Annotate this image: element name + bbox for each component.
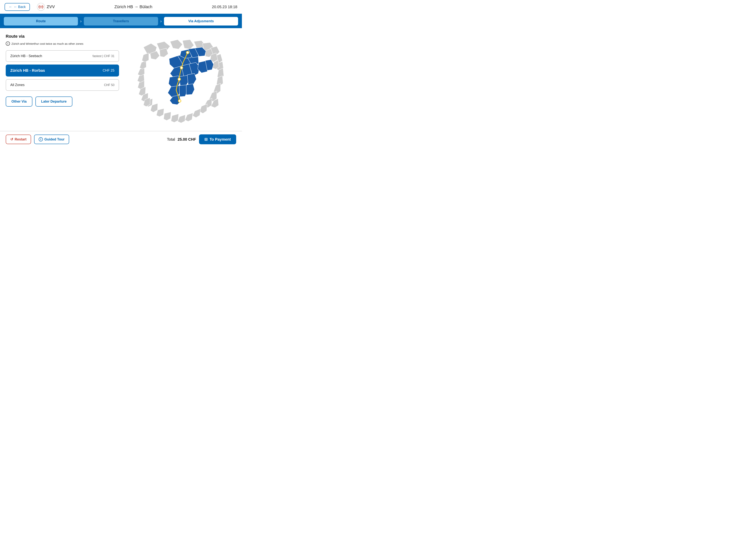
- restart-icon: ↺: [10, 137, 13, 141]
- svg-point-59: [180, 66, 183, 69]
- route-option-seebach[interactable]: Zürich HB - Seebach fastest | CHF 31: [6, 50, 119, 62]
- svg-marker-32: [142, 53, 149, 62]
- route-option-allzones[interactable]: All Zones CHF 50: [6, 79, 119, 91]
- tab-arrow-2: ›: [158, 19, 164, 24]
- restart-label: Restart: [15, 137, 26, 141]
- svg-marker-5: [170, 39, 182, 49]
- svg-marker-48: [187, 74, 196, 85]
- tab-arrow-1: ›: [78, 19, 84, 24]
- total-label: Total 25.00 CHF: [167, 137, 196, 142]
- main-content: Route via i Zürich and Winterthur cost t…: [0, 28, 242, 129]
- later-departure-button[interactable]: Later Departure: [35, 97, 72, 107]
- tab-route[interactable]: Route: [4, 17, 78, 26]
- footer: ↺ Restart i Guided Tour Total 25.00 CHF …: [0, 131, 242, 147]
- svg-point-61: [178, 100, 181, 102]
- other-via-button[interactable]: Other Via: [6, 97, 32, 107]
- route-option-rorbas[interactable]: Zürich HB - Rorbas CHF 25: [6, 64, 119, 77]
- action-buttons: Other Via Later Departure: [6, 97, 119, 107]
- svg-marker-18: [192, 109, 201, 117]
- route-option-price: CHF 25: [103, 69, 114, 73]
- zvv-logo-icon: [37, 3, 45, 11]
- back-icon: ←: [9, 5, 12, 9]
- zone-map: [132, 36, 227, 127]
- guided-tour-button[interactable]: i Guided Tour: [34, 135, 69, 144]
- header-datetime: 20.05.23 18:18: [212, 5, 237, 9]
- guided-tour-label: Guided Tour: [44, 137, 65, 141]
- route-option-price: fastest | CHF 31: [93, 54, 114, 58]
- tab-via-adjustments[interactable]: Via Adjusments: [164, 17, 238, 26]
- svg-marker-56: [186, 84, 195, 95]
- svg-marker-17: [200, 104, 207, 113]
- restart-button[interactable]: ↺ Restart: [6, 135, 31, 144]
- route-option-label: Zürich HB - Seebach: [10, 54, 42, 58]
- logo-text: ZVV: [47, 4, 55, 9]
- route-title: Zürich HB → Bülach: [55, 4, 212, 9]
- footer-right: Total 25.00 CHF ⊟ To Payment: [167, 134, 236, 144]
- section-title: Route via: [6, 34, 119, 39]
- info-text: Zürich and Winterthur cost twice as much…: [11, 42, 83, 45]
- to-payment-button[interactable]: ⊟ To Payment: [199, 134, 236, 144]
- header: ← ← Back ZVV Zürich HB → Bülach 20.05.23…: [0, 0, 242, 14]
- logo-area: ZVV: [37, 3, 55, 11]
- back-button[interactable]: ← ← Back: [5, 3, 30, 11]
- info-icon: i: [6, 42, 10, 46]
- svg-marker-20: [178, 115, 185, 123]
- back-label: ← Back: [14, 5, 26, 9]
- info-row: i Zürich and Winterthur cost twice as mu…: [6, 42, 119, 46]
- tab-travellers[interactable]: Travellers: [84, 17, 158, 26]
- route-option-label: Zürich HB - Rorbas: [10, 68, 45, 73]
- svg-marker-19: [185, 113, 193, 122]
- footer-left-buttons: ↺ Restart i Guided Tour: [6, 135, 69, 144]
- route-option-price: CHF 50: [104, 83, 114, 87]
- to-payment-label: To Payment: [209, 137, 231, 142]
- svg-marker-22: [163, 112, 171, 121]
- right-panel: [123, 34, 236, 127]
- total-amount: 25.00 CHF: [178, 137, 196, 141]
- left-panel: Route via i Zürich and Winterthur cost t…: [6, 34, 119, 127]
- nav-tabs: Route › Travellers › Via Adjusments: [0, 14, 242, 28]
- guided-tour-icon: i: [38, 137, 43, 141]
- payment-icon: ⊟: [204, 137, 208, 142]
- svg-point-60: [178, 78, 181, 81]
- route-option-label: All Zones: [10, 83, 25, 87]
- svg-marker-6: [182, 39, 194, 49]
- svg-point-58: [186, 51, 189, 54]
- svg-marker-21: [171, 114, 179, 123]
